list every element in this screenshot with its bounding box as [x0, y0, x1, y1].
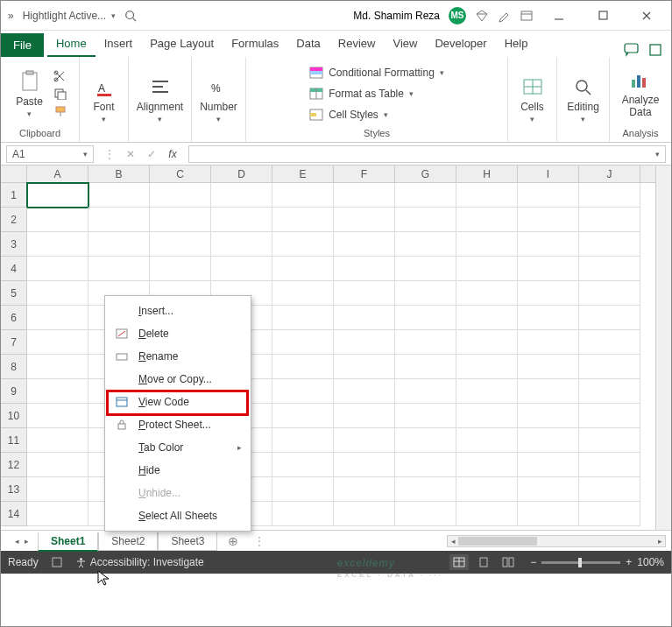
- cell[interactable]: [272, 183, 334, 208]
- cell[interactable]: [456, 306, 518, 330]
- cell[interactable]: [272, 404, 334, 428]
- tab-file[interactable]: File: [1, 33, 44, 57]
- cell[interactable]: [27, 183, 88, 208]
- cell[interactable]: [272, 453, 334, 477]
- cell[interactable]: [518, 257, 579, 281]
- name-box[interactable]: A1▾: [6, 145, 94, 163]
- menu-rename[interactable]: Rename: [105, 345, 251, 368]
- cell[interactable]: [456, 281, 518, 306]
- scroll-left-icon[interactable]: ◂: [448, 536, 458, 546]
- row-header[interactable]: 2: [1, 208, 27, 232]
- cell[interactable]: [334, 330, 395, 355]
- accessibility-button[interactable]: Accessibility: Investigate: [75, 556, 204, 568]
- scroll-right-icon[interactable]: ▸: [654, 536, 665, 546]
- page-break-view-icon[interactable]: [499, 554, 518, 570]
- cell[interactable]: [518, 502, 579, 526]
- fx-icon[interactable]: fx: [162, 148, 183, 160]
- row-header[interactable]: 3: [1, 232, 27, 257]
- cell[interactable]: [518, 330, 579, 355]
- menu-hide[interactable]: Hide: [105, 459, 251, 482]
- cell[interactable]: [27, 502, 88, 526]
- cell[interactable]: [334, 183, 395, 208]
- font-button[interactable]: A Font▾: [88, 71, 120, 127]
- cell[interactable]: [272, 355, 334, 379]
- cell[interactable]: [518, 477, 579, 502]
- zoom-level[interactable]: 100%: [637, 556, 664, 568]
- cell[interactable]: [27, 477, 88, 502]
- zoom-out-icon[interactable]: −: [530, 556, 536, 568]
- formula-input[interactable]: ▾: [188, 145, 666, 163]
- tab-view[interactable]: View: [384, 32, 426, 57]
- cell[interactable]: [395, 428, 456, 453]
- cell[interactable]: [27, 306, 88, 330]
- cell[interactable]: [395, 306, 456, 330]
- cell[interactable]: [518, 306, 579, 330]
- cell[interactable]: [395, 281, 456, 306]
- cell[interactable]: [211, 257, 272, 281]
- row-header[interactable]: 4: [1, 257, 27, 281]
- cell[interactable]: [579, 183, 640, 208]
- cell[interactable]: [395, 257, 456, 281]
- horizontal-scrollbar[interactable]: ◂ ▸: [447, 535, 666, 547]
- cell[interactable]: [27, 355, 88, 379]
- cell[interactable]: [272, 208, 334, 232]
- row-header[interactable]: 9: [1, 379, 27, 404]
- file-name[interactable]: Hightlight Active... ▾: [23, 10, 116, 22]
- cell[interactable]: [456, 208, 518, 232]
- cell[interactable]: [456, 355, 518, 379]
- tab-home[interactable]: Home: [47, 32, 95, 57]
- cell[interactable]: [334, 355, 395, 379]
- number-button[interactable]: % Number▾: [196, 71, 241, 127]
- cell[interactable]: [518, 379, 579, 404]
- minimize-button[interactable]: [541, 3, 577, 29]
- cell[interactable]: [518, 355, 579, 379]
- cell[interactable]: [518, 453, 579, 477]
- cell[interactable]: [88, 232, 150, 257]
- cell[interactable]: [579, 453, 640, 477]
- sheet-tab-2[interactable]: Sheet2: [98, 532, 158, 551]
- cell[interactable]: [518, 183, 579, 208]
- diamond-icon[interactable]: [475, 9, 489, 23]
- cell[interactable]: [395, 208, 456, 232]
- cell[interactable]: [579, 477, 640, 502]
- cell[interactable]: [456, 379, 518, 404]
- cell[interactable]: [395, 183, 456, 208]
- cell[interactable]: [211, 232, 272, 257]
- cell[interactable]: [456, 453, 518, 477]
- cell[interactable]: [150, 208, 211, 232]
- cell[interactable]: [579, 232, 640, 257]
- cell[interactable]: [334, 257, 395, 281]
- row-header[interactable]: 5: [1, 281, 27, 306]
- tab-help[interactable]: Help: [496, 32, 537, 57]
- paste-button[interactable]: Paste ▾: [12, 66, 46, 122]
- cell[interactable]: [579, 379, 640, 404]
- conditional-formatting-button[interactable]: Conditional Formatting▾: [306, 66, 448, 80]
- cell[interactable]: [456, 477, 518, 502]
- cell[interactable]: [211, 183, 272, 208]
- cell[interactable]: [579, 428, 640, 453]
- brush-icon[interactable]: [498, 9, 512, 23]
- cell[interactable]: [27, 232, 88, 257]
- format-painter-icon[interactable]: [53, 105, 67, 117]
- cell[interactable]: [27, 208, 88, 232]
- tab-review[interactable]: Review: [329, 32, 385, 57]
- cell[interactable]: [579, 306, 640, 330]
- row-header[interactable]: 11: [1, 428, 27, 453]
- cell[interactable]: [518, 428, 579, 453]
- search-icon[interactable]: [124, 10, 137, 22]
- zoom-control[interactable]: − + 100%: [530, 556, 664, 568]
- cell[interactable]: [272, 477, 334, 502]
- cell[interactable]: [518, 208, 579, 232]
- cell[interactable]: [272, 306, 334, 330]
- cell-styles-button[interactable]: Cell Styles▾: [306, 108, 392, 122]
- row-header[interactable]: 1: [1, 183, 27, 208]
- cell[interactable]: [334, 281, 395, 306]
- cut-icon[interactable]: [53, 70, 67, 82]
- zoom-in-icon[interactable]: +: [626, 556, 632, 568]
- tab-data[interactable]: Data: [287, 32, 329, 57]
- cell[interactable]: [272, 232, 334, 257]
- cell[interactable]: [395, 477, 456, 502]
- cell[interactable]: [579, 257, 640, 281]
- sheet-next-icon[interactable]: ▸: [25, 537, 29, 546]
- col-header[interactable]: J: [579, 166, 640, 182]
